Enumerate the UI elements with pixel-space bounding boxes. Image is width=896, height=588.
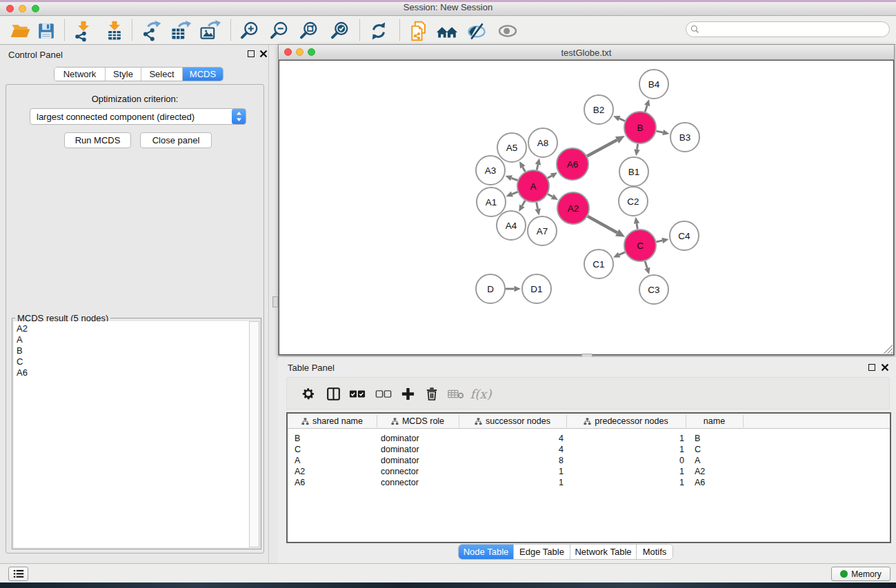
cell-predecessor-nodes[interactable]: 1	[615, 466, 684, 477]
graph-edge-A6-B[interactable]	[587, 140, 617, 156]
graph-edge-A-A3[interactable]	[511, 178, 517, 180]
refresh-layout-button[interactable]	[366, 18, 392, 43]
cell-mcds-role[interactable]: dominator	[381, 433, 419, 444]
float-panel-icon[interactable]	[248, 50, 255, 57]
table-row[interactable]: C dominator 4 1 C	[288, 444, 890, 455]
delete-table-button[interactable]	[444, 382, 468, 405]
table-row[interactable]: A6 connector 1 1 A6	[288, 477, 890, 488]
cell-name[interactable]: A2	[695, 466, 705, 477]
result-list-scrollbar[interactable]	[249, 321, 259, 547]
export-image-button[interactable]	[197, 18, 223, 43]
network-canvas[interactable]: B4B2BB3A8A5A6A3B1AC2A1A2A4A7C4CC1C3DD1	[279, 60, 894, 355]
import-table-button[interactable]	[101, 18, 128, 43]
cell-successor-nodes[interactable]: 1	[495, 477, 564, 488]
result-item[interactable]: C	[17, 356, 249, 367]
cell-shared-name[interactable]: C	[295, 444, 301, 455]
cell-name[interactable]: B	[695, 433, 700, 444]
table-row[interactable]: A dominator 8 0 A	[288, 455, 890, 466]
graph-edge-B-B2[interactable]	[619, 119, 625, 121]
export-table-button[interactable]	[167, 18, 193, 43]
cell-predecessor-nodes[interactable]: 0	[615, 455, 684, 466]
search-input[interactable]	[702, 25, 889, 34]
table-settings-button[interactable]	[297, 382, 320, 405]
memory-button[interactable]: Memory	[831, 567, 890, 581]
tab-network[interactable]: Network	[54, 68, 106, 81]
cell-successor-nodes[interactable]: 4	[495, 433, 564, 444]
hide-graphics-details-button[interactable]	[464, 18, 490, 43]
table-row[interactable]: A2 connector 1 1 A2	[288, 466, 890, 477]
function-builder-button[interactable]: f(x)	[466, 382, 495, 405]
tab-node-table[interactable]: Node Table	[459, 545, 514, 559]
column-header-shared-name[interactable]: shared name	[288, 414, 377, 429]
deselect-all-checks-button[interactable]	[372, 382, 395, 405]
result-item[interactable]: A	[17, 334, 249, 345]
resize-grip-icon[interactable]	[884, 345, 893, 354]
graph-edge-C-C3[interactable]	[645, 261, 647, 268]
graph-edge-A-A1[interactable]	[512, 192, 517, 194]
graph-edge-A-A6[interactable]	[548, 176, 552, 178]
graph-edge-A2-C[interactable]	[588, 216, 617, 233]
graph-edge-C-C1[interactable]	[619, 252, 625, 255]
show-graphics-details-button[interactable]	[495, 18, 521, 43]
zoom-out-button[interactable]	[266, 18, 292, 43]
close-panel-button[interactable]: Close panel	[140, 132, 212, 148]
graph-edge-A-A2[interactable]	[548, 194, 552, 197]
column-header-mcds-role[interactable]: MCDS role	[377, 414, 459, 429]
graph-edge-C-C4[interactable]	[656, 241, 662, 242]
network-window-titlebar[interactable]: testGlobe.txt	[279, 45, 894, 60]
cell-shared-name[interactable]: A2	[295, 466, 305, 477]
open-session-button[interactable]	[8, 18, 34, 43]
cell-mcds-role[interactable]: connector	[381, 466, 419, 477]
tab-mcds[interactable]: MCDS	[183, 68, 223, 81]
graph-edge-A-A7[interactable]	[537, 203, 538, 210]
table-row[interactable]: B dominator 4 1 B	[288, 433, 890, 444]
cell-successor-nodes[interactable]: 4	[495, 444, 564, 455]
task-history-button[interactable]	[8, 567, 28, 581]
tab-style[interactable]: Style	[106, 68, 141, 81]
column-header-name[interactable]: name	[686, 414, 743, 429]
cell-name[interactable]: A6	[695, 477, 705, 488]
zoom-selected-button[interactable]	[327, 18, 353, 43]
result-item[interactable]: A6	[17, 367, 249, 378]
mcds-result-list[interactable]: A2 A B C A6	[14, 321, 249, 547]
run-mcds-button[interactable]: Run MCDS	[64, 132, 131, 148]
graph-edge-C-C2[interactable]	[637, 223, 637, 229]
cell-name[interactable]: A	[695, 455, 700, 466]
close-panel-icon[interactable]	[259, 50, 268, 58]
save-session-button[interactable]	[33, 18, 59, 43]
graph-edge-B-B1[interactable]	[637, 144, 638, 150]
home-first-neighbors-button[interactable]	[434, 18, 460, 43]
new-network-from-selection-button[interactable]	[406, 18, 432, 43]
column-header-predecessor-nodes[interactable]: predecessor nodes	[566, 414, 686, 429]
cell-predecessor-nodes[interactable]: 1	[615, 477, 684, 488]
close-table-panel-icon[interactable]	[881, 363, 889, 372]
cell-mcds-role[interactable]: dominator	[381, 455, 419, 466]
import-network-button[interactable]	[70, 18, 97, 43]
search-field[interactable]	[686, 21, 890, 37]
tab-select[interactable]: Select	[141, 68, 183, 81]
cell-predecessor-nodes[interactable]: 1	[615, 433, 684, 444]
tab-network-table[interactable]: Network Table	[570, 545, 637, 559]
vertical-splitter-handle[interactable]	[272, 296, 278, 307]
add-entry-button[interactable]	[396, 382, 419, 405]
float-table-panel-icon[interactable]	[868, 364, 875, 371]
cell-shared-name[interactable]: A	[295, 455, 300, 466]
result-item[interactable]: A2	[17, 323, 249, 334]
zoom-fit-button[interactable]	[296, 18, 322, 43]
result-item[interactable]: B	[17, 345, 249, 356]
criterion-dropdown[interactable]: largest connected component (directed)	[30, 108, 246, 125]
cell-mcds-role[interactable]: connector	[381, 477, 419, 488]
cell-shared-name[interactable]: A6	[295, 477, 305, 488]
network-graph[interactable]: B4B2BB3A8A5A6A3B1AC2A1A2A4A7C4CC1C3DD1	[279, 61, 895, 356]
graph-edge-A-A8[interactable]	[537, 165, 538, 170]
cell-predecessor-nodes[interactable]: 1	[615, 444, 684, 455]
tab-motifs[interactable]: Motifs	[637, 545, 673, 559]
zoom-in-button[interactable]	[237, 18, 263, 43]
cell-successor-nodes[interactable]: 8	[495, 455, 564, 466]
graph-edge-B-B3[interactable]	[656, 131, 663, 132]
graph-edge-A-A5[interactable]	[523, 167, 526, 172]
column-header-successor-nodes[interactable]: successor nodes	[459, 414, 566, 429]
select-all-checks-button[interactable]	[346, 382, 369, 405]
cell-successor-nodes[interactable]: 1	[495, 466, 564, 477]
export-network-button[interactable]	[138, 18, 164, 43]
